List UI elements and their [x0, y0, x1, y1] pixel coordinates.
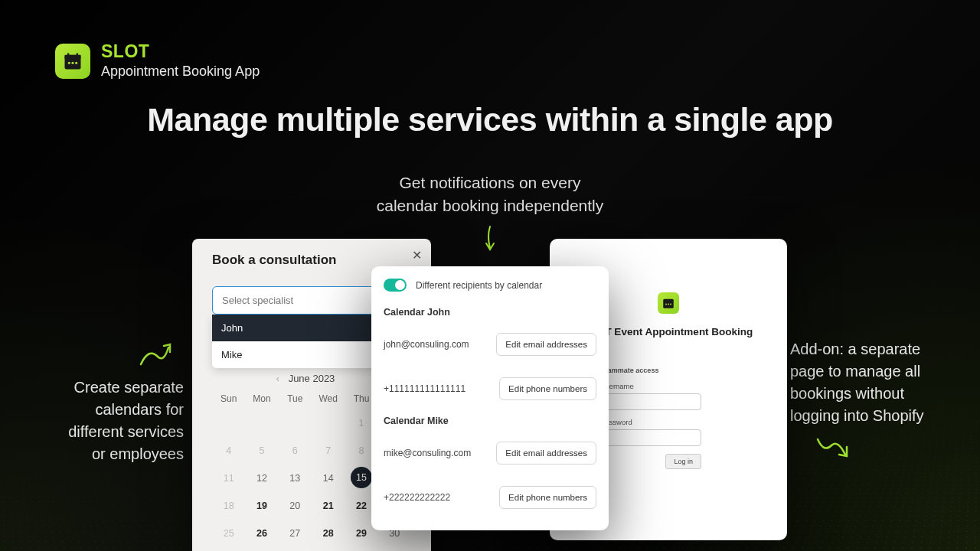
- calendar-day[interactable]: 19: [245, 494, 278, 517]
- calendar-day[interactable]: 20: [279, 494, 312, 517]
- brand-name: SLOT: [101, 43, 260, 60]
- mike-email: mike@consuling.com: [384, 448, 471, 458]
- calendar-day[interactable]: 11: [212, 467, 245, 490]
- caption-right: Add-on: a separate page to manage all bo…: [790, 338, 951, 427]
- edit-email-mike-button[interactable]: Edit email addresses: [496, 442, 596, 465]
- calendar-john-label: Calendar John: [371, 302, 609, 322]
- calendar-day[interactable]: 4: [212, 439, 245, 462]
- calendar-day[interactable]: 25: [212, 522, 245, 545]
- login-logo: [658, 292, 679, 314]
- edit-phone-john-button[interactable]: Edit phone numbers: [499, 377, 596, 400]
- john-email: john@consuling.com: [384, 339, 469, 350]
- calendar-day[interactable]: 28: [312, 522, 345, 545]
- squiggle-left-icon: [138, 341, 175, 369]
- calendar-day[interactable]: 13: [279, 467, 312, 490]
- password-label: Password: [600, 418, 701, 426]
- arrow-down-icon: [484, 225, 496, 260]
- svg-point-4: [68, 62, 70, 64]
- calendar-day[interactable]: 12: [245, 467, 278, 490]
- calendar-day[interactable]: 26: [245, 522, 278, 545]
- login-title: SLOT Event Appointment Booking: [584, 326, 753, 337]
- svg-point-9: [668, 304, 669, 305]
- page-title: Manage multiple services within a single…: [0, 101, 980, 139]
- svg-point-8: [665, 304, 667, 305]
- calendar-day: [212, 412, 245, 435]
- recipients-panel: Different recipients by calendar Calenda…: [371, 266, 609, 530]
- calendar-day[interactable]: 27: [279, 522, 312, 545]
- calendar-day: [312, 412, 345, 435]
- brand-logo: [55, 44, 90, 79]
- login-button[interactable]: Log in: [665, 454, 701, 469]
- login-section: Teammate access: [600, 367, 701, 374]
- calendar-mike-label: Calendar Mike: [371, 411, 609, 431]
- squiggle-right-icon: [813, 435, 850, 462]
- calendar-day[interactable]: 5: [245, 439, 278, 462]
- month-label: June 2023: [289, 373, 335, 384]
- calendar-day[interactable]: 6: [279, 439, 312, 462]
- username-input[interactable]: [600, 393, 701, 410]
- calendar-day[interactable]: 21: [312, 494, 345, 517]
- calendar-day[interactable]: 18: [212, 494, 245, 517]
- password-input[interactable]: [600, 429, 701, 446]
- calendar-day[interactable]: 7: [312, 439, 345, 462]
- calendar-day[interactable]: 14: [312, 467, 345, 490]
- svg-point-10: [670, 304, 671, 305]
- calendar-day: [279, 412, 312, 435]
- recipients-toggle-label: Different recipients by calendar: [416, 280, 542, 291]
- recipients-toggle[interactable]: [384, 279, 407, 292]
- calendar-day[interactable]: 15: [351, 467, 372, 488]
- svg-rect-1: [65, 55, 81, 59]
- edit-email-john-button[interactable]: Edit email addresses: [496, 333, 596, 356]
- brand-subtitle: Appointment Booking App: [101, 64, 260, 80]
- booking-title: Book a consultation: [192, 253, 431, 268]
- username-label: Username: [600, 382, 701, 390]
- page-subtitle: Get notifications on everycalendar booki…: [0, 171, 980, 218]
- mike-phone: +222222222222: [384, 492, 450, 503]
- caption-left: Create separate calendars for different …: [31, 377, 184, 465]
- calendar-day: [245, 412, 278, 435]
- svg-point-5: [71, 62, 74, 64]
- close-icon[interactable]: ✕: [412, 248, 422, 262]
- edit-phone-mike-button[interactable]: Edit phone numbers: [499, 486, 596, 509]
- svg-point-6: [75, 62, 77, 64]
- john-phone: +111111111111111: [384, 383, 466, 394]
- prev-month-button[interactable]: ‹: [276, 373, 279, 384]
- brand-header: SLOT Appointment Booking App: [55, 43, 260, 80]
